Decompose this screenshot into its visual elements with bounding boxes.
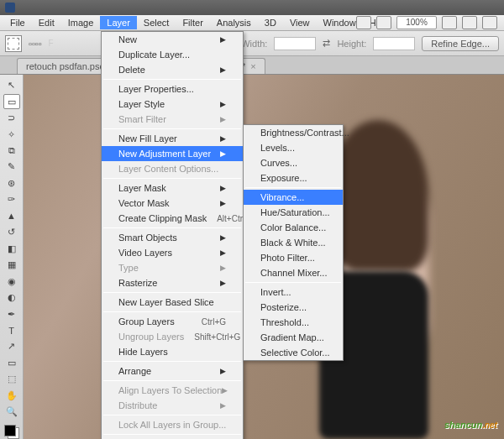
menu-item[interactable]: Layer Properties... (102, 81, 243, 97)
pen-tool-icon[interactable]: ✒ (3, 306, 20, 321)
submenu-arrow-icon: ▶ (220, 401, 226, 410)
menu-item[interactable]: Duplicate Layer... (102, 47, 243, 62)
marquee-tool-icon[interactable]: ▭ (3, 94, 20, 108)
separator (103, 380, 241, 381)
menu-item: Ungroup LayersShift+Ctrl+G (102, 329, 243, 344)
menu-item[interactable]: Photo Filter... (244, 250, 343, 265)
shape-tool-icon[interactable]: ▭ (3, 356, 20, 370)
menu-layer[interactable]: Layer (100, 16, 137, 29)
submenu-arrow-icon: ▶ (220, 184, 226, 192)
menu-item[interactable]: Gradient Map... (244, 330, 343, 345)
submenu-arrow-icon: ▶ (220, 100, 226, 108)
menu-item[interactable]: New Adjustment Layer▶ (102, 146, 243, 161)
menu-item[interactable]: New Fill Layer▶ (102, 131, 243, 146)
lasso-tool-icon[interactable]: ⊃ (3, 111, 20, 125)
brush-tool-icon[interactable]: ✑ (3, 192, 20, 206)
3d-tool-icon[interactable]: ⬚ (3, 372, 20, 386)
menu-image[interactable]: Image (61, 16, 101, 29)
menu-edit[interactable]: Edit (32, 16, 61, 29)
submenu-arrow-icon: ▶ (220, 367, 226, 375)
menu-item[interactable]: Channel Mixer... (244, 265, 343, 280)
zoom-level[interactable]: 100% (396, 16, 437, 29)
submenu-arrow-icon: ▶ (220, 264, 226, 272)
swap-icon[interactable]: ⇄ (323, 38, 330, 49)
eraser-tool-icon[interactable]: ◧ (3, 242, 20, 256)
menu-item-label: New Layer Based Slice (118, 297, 214, 307)
submenu-arrow-icon: ▶ (220, 199, 226, 207)
menu-item[interactable]: Brightness/Contrast... (244, 125, 343, 140)
hand-tool-icon[interactable]: ✋ (3, 389, 20, 403)
view-extras-icon[interactable] (376, 16, 391, 29)
submenu-arrow-icon: ▶ (220, 35, 226, 44)
eyedropper-tool-icon[interactable]: ✎ (3, 159, 20, 174)
marquee-tool-icon[interactable] (5, 35, 22, 52)
menu-item[interactable]: Layer Mask▶ (102, 180, 243, 196)
type-tool-icon[interactable]: T (3, 323, 20, 337)
menu-analysis[interactable]: Analysis (210, 16, 258, 29)
arrange-docs-icon[interactable] (462, 16, 477, 29)
menu-item-label: Ungroup Layers (118, 332, 184, 342)
menu-item[interactable]: New▶ (102, 32, 243, 47)
menu-select[interactable]: Select (137, 16, 176, 29)
screen-mode-icon[interactable] (482, 16, 497, 29)
width-field[interactable] (274, 37, 316, 50)
menu-item-label: Photo Filter... (260, 253, 315, 263)
hand-tool-icon[interactable] (442, 16, 457, 29)
history-brush-icon[interactable]: ↺ (3, 225, 20, 239)
menu-item[interactable]: New Layer Based Slice (102, 295, 243, 310)
menu-item-label: New (118, 34, 137, 44)
menu-item[interactable]: Delete▶ (102, 62, 243, 77)
menu-item[interactable]: Arrange▶ (102, 363, 243, 379)
height-field[interactable] (373, 37, 415, 50)
menu-item[interactable]: Exposure... (244, 170, 343, 186)
wand-tool-icon[interactable]: ✧ (3, 127, 20, 141)
menu-item[interactable]: Vibrance... (244, 190, 343, 205)
menu-item[interactable]: Black & White... (244, 235, 343, 250)
gradient-tool-icon[interactable]: ▦ (3, 258, 20, 272)
move-tool-icon[interactable]: ↖ (3, 78, 20, 92)
selection-mode-icons[interactable]: ▫▫▫▫ (29, 39, 42, 49)
submenu-arrow-icon: ▶ (220, 149, 226, 158)
menu-item[interactable]: Video Layers▶ (102, 245, 243, 260)
refine-edge-button[interactable]: Refine Edge... (422, 36, 499, 51)
adjustment-submenu: Brightness/Contrast...Levels...Curves...… (243, 124, 344, 361)
menu-item[interactable]: Selective Color... (244, 345, 343, 360)
zoom-tool-icon[interactable]: 🔍 (3, 405, 20, 419)
menu-item-label: Posterize... (260, 302, 307, 312)
menu-item[interactable]: Group LayersCtrl+G (102, 314, 243, 329)
menu-3d[interactable]: 3D (258, 16, 283, 29)
menu-item-label: Rasterize (118, 278, 157, 288)
crop-tool-icon[interactable]: ⧉ (3, 144, 20, 158)
menu-item[interactable]: Create Clipping MaskAlt+Ctrl+G (102, 211, 243, 226)
menu-item-label: Channel Mixer... (260, 268, 327, 278)
launch-bridge-icon[interactable] (356, 16, 371, 29)
menu-item[interactable]: Color Balance... (244, 220, 343, 235)
menu-item[interactable]: Smart Objects▶ (102, 230, 243, 245)
menu-item[interactable]: Rasterize▶ (102, 275, 243, 290)
menu-item[interactable]: Hide Layers (102, 344, 243, 359)
menu-item[interactable]: Invert... (244, 285, 343, 300)
healing-tool-icon[interactable]: ⊛ (3, 176, 20, 191)
menu-item[interactable]: Curves... (244, 155, 343, 170)
stamp-tool-icon[interactable]: ▲ (3, 209, 20, 223)
dodge-tool-icon[interactable]: ◐ (3, 290, 20, 305)
menu-filter[interactable]: Filter (176, 16, 209, 29)
menu-file[interactable]: File (3, 16, 32, 29)
submenu-arrow-icon: ▶ (220, 279, 226, 287)
fg-color[interactable] (4, 425, 16, 436)
watermark: shancun.net (444, 415, 497, 432)
menu-view[interactable]: View (283, 16, 317, 29)
path-tool-icon[interactable]: ↗ (3, 339, 20, 353)
menu-item[interactable]: Vector Mask▶ (102, 196, 243, 211)
color-swatch[interactable] (4, 425, 19, 439)
menu-item[interactable]: Levels... (244, 140, 343, 155)
submenu-arrow-icon: ▶ (220, 115, 226, 123)
menu-item-label: Layer Content Options... (118, 164, 218, 174)
blur-tool-icon[interactable]: ◉ (3, 274, 20, 288)
menu-item[interactable]: Threshold... (244, 315, 343, 330)
menu-item[interactable]: Layer Style▶ (102, 97, 243, 112)
menu-item[interactable]: Posterize... (244, 300, 343, 315)
menu-item[interactable]: Hue/Saturation... (244, 205, 343, 220)
menu-item-label: Create Clipping Mask (118, 213, 207, 223)
close-icon[interactable]: × (250, 61, 255, 71)
